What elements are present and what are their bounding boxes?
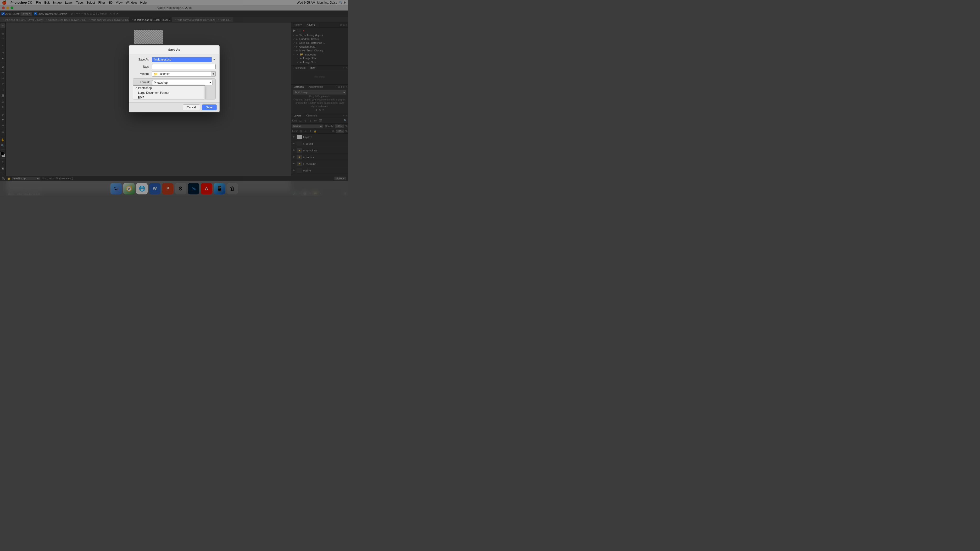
format-photoshop[interactable]: ✓ Photoshop — [133, 86, 205, 91]
dialog-body: Save As: ▼ Tags: Where: 📁 laserfilm ▼ Fo… — [129, 54, 220, 102]
format-bmp-label: BMP — [138, 96, 144, 99]
tags-row: Tags: — [133, 64, 216, 69]
format-selected-label: Photoshop — [154, 81, 167, 84]
dialog-overlay: Save As Save As: ▼ Tags: Where: 📁 laserf… — [0, 0, 348, 196]
cancel-button[interactable]: Cancel — [183, 105, 200, 110]
format-row: Format: Photoshop ▼ ✓ Photoshop — [133, 79, 215, 87]
where-location[interactable]: 📁 laserfilm — [152, 71, 211, 76]
format-dropdown-wrap: Photoshop ▼ ✓ Photoshop Large Document F… — [152, 80, 212, 86]
save-as-dropdown-arrow[interactable]: ▼ — [213, 58, 216, 61]
tags-input[interactable] — [152, 64, 216, 69]
folder-icon-where: 📁 — [154, 72, 158, 76]
tags-label: Tags: — [133, 65, 152, 68]
format-dropdown-list[interactable]: ✓ Photoshop Large Document Format BMP Co… — [133, 86, 205, 100]
format-bmp[interactable]: BMP — [133, 95, 205, 100]
format-label: Format: — [136, 80, 152, 84]
save-as-dialog: Save As Save As: ▼ Tags: Where: 📁 laserf… — [129, 45, 220, 113]
check-mark: ✓ — [135, 86, 138, 90]
save-button[interactable]: Save — [202, 105, 216, 110]
dialog-footer: Cancel Save — [129, 102, 220, 112]
format-dropdown[interactable]: Photoshop ▼ — [152, 80, 212, 86]
format-section: Format: Photoshop ▼ ✓ Photoshop — [133, 78, 216, 100]
save-as-label: Save As: — [133, 58, 152, 61]
where-expand-btn[interactable]: ▼ — [211, 71, 216, 76]
where-label: Where: — [133, 72, 152, 76]
where-value: laserfilm — [159, 72, 170, 76]
save-as-input[interactable] — [152, 57, 212, 62]
dialog-title: Save As — [129, 45, 220, 54]
format-large-doc[interactable]: Large Document Format — [133, 91, 205, 95]
where-row: Where: 📁 laserfilm ▼ — [133, 71, 216, 76]
format-photoshop-label: Photoshop — [138, 86, 152, 90]
format-dropdown-arrow-icon: ▼ — [209, 81, 211, 84]
format-large-doc-label: Large Document Format — [138, 91, 169, 94]
save-as-row: Save As: ▼ — [133, 57, 216, 62]
